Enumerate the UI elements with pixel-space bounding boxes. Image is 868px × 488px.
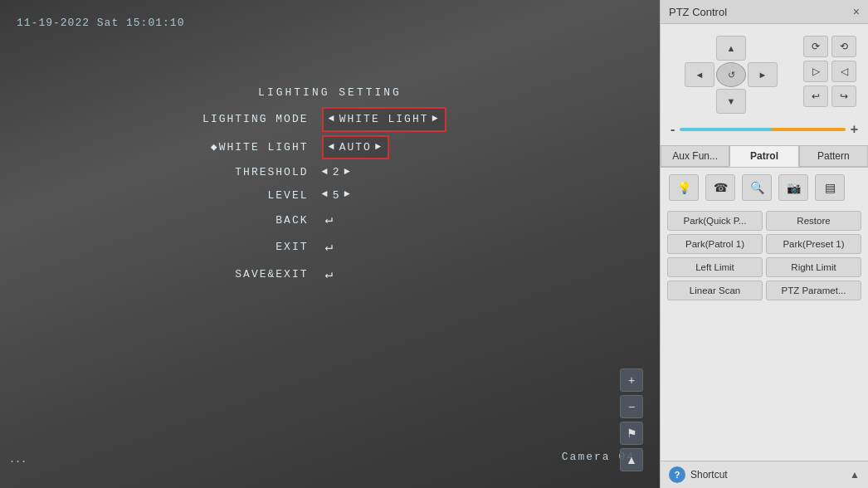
ptz-panel: PTZ Control × ▲ ◄ ↺ ► ▼ ⟳ ⟲ ▷ ◁ ↩ bbox=[660, 0, 868, 488]
back-row: BACK ↵ bbox=[173, 208, 488, 232]
right-limit-button[interactable]: Right Limit bbox=[766, 257, 861, 277]
zoom-in-button[interactable]: ⟳ bbox=[803, 36, 828, 57]
iris-open-button[interactable]: ▷ bbox=[803, 61, 828, 82]
dots-label: ... bbox=[10, 449, 27, 466]
arrow-right-icon: ► bbox=[432, 110, 440, 129]
focus-near-button[interactable]: ↩ bbox=[803, 85, 828, 107]
phone-icon-button[interactable]: ☎ bbox=[705, 174, 735, 201]
feed-flag-btn[interactable]: ⚑ bbox=[620, 422, 643, 445]
dir-pad: ▲ ◄ ↺ ► ▼ bbox=[685, 36, 778, 114]
shortcut-expand-icon[interactable]: ▲ bbox=[850, 469, 860, 481]
feed-arrow-btn[interactable]: ▲ bbox=[620, 448, 643, 471]
threshold-row: THRESHOLD ◄ 2 ► bbox=[173, 163, 488, 182]
dir-up-button[interactable]: ▲ bbox=[716, 36, 746, 61]
zoom-pair: ⟳ ⟲ bbox=[803, 36, 856, 57]
threshold-value: ◄ 2 ► bbox=[322, 163, 352, 182]
action-buttons: Park(Quick P... Restore Park(Patrol 1) P… bbox=[661, 207, 868, 304]
menu-title: LIGHTING SETTING bbox=[173, 83, 488, 102]
zoom-slider[interactable] bbox=[680, 128, 845, 131]
linear-scan-button[interactable]: Linear Scan bbox=[667, 281, 763, 300]
level-text: 5 bbox=[333, 186, 341, 205]
feed-plus-btn[interactable]: + bbox=[620, 368, 643, 392]
search-icon-button[interactable]: 🔍 bbox=[742, 174, 772, 201]
tab-aux[interactable]: Aux Fun... bbox=[661, 145, 729, 167]
save-exit-label: SAVE&EXIT bbox=[173, 265, 322, 284]
func-icons: 💡 ☎ 🔍 📷 ▤ bbox=[661, 168, 868, 207]
arrow-left-icon2: ◄ bbox=[329, 139, 336, 157]
feed-minus-btn[interactable]: − bbox=[620, 395, 643, 418]
zoom-row: - + bbox=[661, 117, 868, 142]
white-light-row: ◆WHITE LIGHT ◄ AUTO ► bbox=[173, 135, 488, 159]
park-patrol-button[interactable]: Park(Patrol 1) bbox=[667, 234, 763, 254]
zoom-out-button[interactable]: ⟲ bbox=[831, 36, 856, 57]
shortcut-label: Shortcut bbox=[690, 469, 728, 481]
camera-func-icon-button[interactable]: 📷 bbox=[778, 174, 808, 201]
white-light-text: AUTO bbox=[339, 138, 372, 157]
dir-center-button[interactable]: ↺ bbox=[716, 62, 746, 87]
white-light-value: ◄ AUTO ► bbox=[322, 135, 390, 159]
shortcut-footer: ? Shortcut ▲ bbox=[661, 461, 868, 488]
ptz-title: PTZ Control bbox=[669, 6, 727, 18]
threshold-label: THRESHOLD bbox=[173, 163, 322, 182]
level-arrow-left: ◄ bbox=[322, 186, 329, 204]
arrow-right-icon2: ► bbox=[375, 139, 383, 157]
white-light-label: ◆WHITE LIGHT bbox=[173, 138, 322, 157]
iris-close-button[interactable]: ◁ bbox=[831, 61, 856, 82]
save-exit-enter: ↵ bbox=[325, 263, 335, 287]
lighting-mode-value: ◄ WHITE LIGHT ► bbox=[322, 107, 446, 131]
lighting-mode-box: ◄ WHITE LIGHT ► bbox=[322, 107, 446, 131]
menu-icon-button[interactable]: ▤ bbox=[815, 174, 845, 201]
dir-down-button[interactable]: ▼ bbox=[716, 89, 746, 114]
left-limit-button[interactable]: Left Limit bbox=[667, 257, 763, 277]
exit-label: EXIT bbox=[173, 237, 322, 256]
dir-left-button[interactable]: ◄ bbox=[685, 62, 714, 87]
dir-right-button[interactable]: ► bbox=[748, 62, 778, 87]
level-label: LEVEL bbox=[173, 186, 322, 205]
level-row: LEVEL ◄ 5 ► bbox=[173, 186, 488, 205]
lighting-mode-row: LIGHTING MODE ◄ WHITE LIGHT ► bbox=[173, 107, 488, 131]
tab-pattern[interactable]: Pattern bbox=[799, 145, 868, 167]
controls-top: ▲ ◄ ↺ ► ▼ ⟳ ⟲ ▷ ◁ ↩ ↪ bbox=[661, 24, 868, 117]
threshold-arrow-right: ► bbox=[344, 163, 352, 182]
save-exit-row: SAVE&EXIT ↵ bbox=[173, 263, 488, 287]
right-icons: ⟳ ⟲ ▷ ◁ ↩ ↪ bbox=[798, 36, 861, 107]
exit-enter: ↵ bbox=[325, 236, 335, 260]
park-preset-button[interactable]: Park(Preset 1) bbox=[766, 234, 861, 254]
back-enter: ↵ bbox=[325, 208, 335, 232]
tab-patrol[interactable]: Patrol bbox=[729, 145, 798, 167]
ptz-param-button[interactable]: PTZ Paramet... bbox=[766, 281, 861, 300]
menu-overlay: LIGHTING SETTING LIGHTING MODE ◄ WHITE L… bbox=[173, 83, 488, 290]
tabs-row: Aux Fun... Patrol Pattern bbox=[661, 145, 868, 168]
threshold-arrow-left: ◄ bbox=[322, 163, 329, 182]
ptz-close-button[interactable]: × bbox=[853, 5, 860, 18]
park-quick-button[interactable]: Park(Quick P... bbox=[667, 211, 763, 231]
timestamp: 11-19-2022 Sat 15:01:10 bbox=[17, 17, 184, 29]
camera-feed: 11-19-2022 Sat 15:01:10 LIGHTING SETTING… bbox=[0, 0, 660, 488]
white-light-box: ◄ AUTO ► bbox=[322, 135, 390, 159]
back-label: BACK bbox=[173, 211, 322, 230]
zoom-plus-button[interactable]: + bbox=[851, 122, 858, 137]
level-value: ◄ 5 ► bbox=[322, 186, 352, 205]
exit-row: EXIT ↵ bbox=[173, 236, 488, 260]
zoom-minus-button[interactable]: - bbox=[671, 122, 675, 137]
arrow-left-icon: ◄ bbox=[329, 110, 336, 129]
iris-pair: ▷ ◁ bbox=[803, 61, 856, 82]
ptz-header: PTZ Control × bbox=[661, 0, 868, 24]
focus-far-button[interactable]: ↪ bbox=[831, 85, 856, 107]
restore-button[interactable]: Restore bbox=[766, 211, 861, 231]
lighting-mode-label: LIGHTING MODE bbox=[173, 110, 322, 129]
light-icon-button[interactable]: 💡 bbox=[669, 174, 699, 201]
shortcut-help-icon: ? bbox=[669, 466, 685, 483]
level-arrow-right: ► bbox=[344, 186, 352, 204]
feed-controls[interactable]: + − ⚑ ▲ bbox=[620, 368, 643, 471]
focus-pair: ↩ ↪ bbox=[803, 85, 856, 107]
lighting-mode-text: WHITE LIGHT bbox=[339, 110, 429, 129]
threshold-text: 2 bbox=[333, 163, 341, 182]
